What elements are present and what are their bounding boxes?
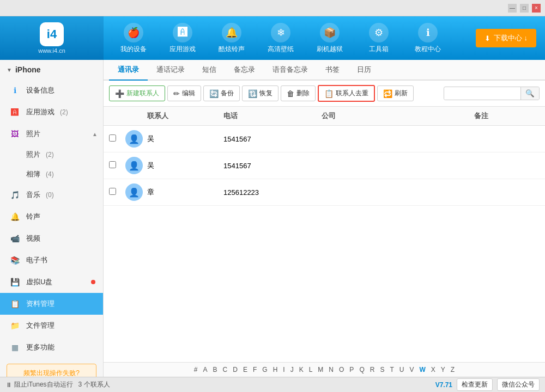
alpha-z[interactable]: Z [449, 365, 456, 374]
delete-icon: 🗑 [287, 89, 294, 98]
tab-sms[interactable]: 短信 [193, 60, 225, 81]
delete-label: 删除 [296, 89, 310, 98]
itunes-auto-run-button[interactable]: ⏸ 阻止iTunes自动运行 [5, 380, 73, 389]
table-row[interactable]: 👤 章 125612223 [104, 179, 545, 206]
sidebar-item-udisk[interactable]: 💾 虚拟U盘 [0, 271, 103, 293]
alpha-k[interactable]: K [298, 365, 305, 374]
maximize-button[interactable]: □ [520, 4, 529, 13]
search-button[interactable]: 🔍 [520, 87, 539, 100]
new-contact-button[interactable]: ➕ 新建联系人 [109, 85, 165, 101]
alpha-d[interactable]: D [231, 365, 239, 374]
alpha-w[interactable]: W [417, 365, 427, 374]
row-check-2[interactable] [109, 161, 125, 170]
tab-backup[interactable]: 备忘录 [225, 60, 264, 81]
sidebar-photos-sub1-label: 照片 [26, 150, 40, 160]
nav-ringtone[interactable]: 🔔 酷炫铃声 [207, 16, 256, 60]
sidebar-item-photos-sub1[interactable]: 照片 (2) [0, 145, 103, 164]
alpha-x[interactable]: X [429, 365, 437, 374]
tutorial-icon: ℹ [418, 23, 438, 42]
backup-label: 备份 [221, 89, 234, 98]
sidebar-ringtone-label: 铃声 [26, 212, 40, 222]
alpha-t[interactable]: T [388, 365, 395, 374]
alpha-u[interactable]: U [398, 365, 406, 374]
faq-button[interactable]: 频繁出现操作失败? [7, 364, 96, 377]
alpha-v[interactable]: V [408, 365, 415, 374]
chevron-down-icon: ▼ [7, 67, 12, 73]
nav-apps[interactable]: 🅰 应用游戏 [158, 16, 207, 60]
alpha-o[interactable]: O [337, 365, 346, 374]
ringtone-icon: 🔔 [222, 23, 241, 42]
sidebar-item-more[interactable]: ▦ 更多功能 [0, 336, 103, 358]
alpha-b[interactable]: B [211, 365, 219, 374]
sidebar-item-photos[interactable]: 🖼 照片 ▲ [0, 123, 103, 145]
minimize-button[interactable]: — [508, 4, 517, 13]
refresh-button[interactable]: 🔁 刷新 [377, 85, 414, 101]
sidebar-device-info-label: 设备信息 [26, 85, 55, 95]
sidebar-item-ringtone[interactable]: 🔔 铃声 [0, 206, 103, 228]
nav-jailbreak[interactable]: 📦 刷机越狱 [305, 16, 354, 60]
nav-toolbox[interactable]: ⚙ 工具箱 [354, 16, 403, 60]
tab-calendar[interactable]: 日历 [348, 60, 380, 81]
sidebar-item-file-mgr[interactable]: 📁 文件管理 [0, 315, 103, 336]
edit-button[interactable]: ✏ 编辑 [167, 85, 201, 101]
alpha-g[interactable]: G [261, 365, 269, 374]
sidebar-item-music[interactable]: 🎵 音乐 (0) [0, 184, 103, 206]
restore-button[interactable]: 🔃 恢复 [242, 85, 278, 101]
sidebar-item-video[interactable]: 📹 视频 [0, 228, 103, 249]
nav-toolbox-label: 工具箱 [369, 45, 389, 54]
alpha-i[interactable]: I [281, 365, 286, 374]
logo-area: i4 www.i4.cn [0, 16, 104, 60]
sidebar-item-ebook[interactable]: 📚 电子书 [0, 249, 103, 271]
sidebar-item-device-info[interactable]: ℹ 设备信息 [0, 79, 103, 101]
nav-my-device[interactable]: 🍎 我的设备 [109, 16, 158, 60]
alpha-c[interactable]: C [221, 365, 229, 374]
table-row[interactable]: 👤 吴 1541567 [104, 152, 545, 179]
table-row[interactable]: 👤 吴 1541567 [104, 126, 545, 152]
edit-icon: ✏ [173, 89, 180, 98]
apps-sidebar-icon: 🅰 [9, 106, 21, 118]
alpha-s[interactable]: S [378, 365, 386, 374]
alpha-j[interactable]: J [289, 365, 295, 374]
row-check-3[interactable] [109, 188, 125, 197]
sidebar-video-label: 视频 [26, 234, 40, 243]
row-check-1[interactable] [109, 134, 125, 143]
alpha-e[interactable]: E [241, 365, 249, 374]
sidebar-item-apps[interactable]: 🅰 应用游戏 (2) [0, 101, 103, 123]
phone-label: iPhone [15, 65, 41, 74]
alpha-f[interactable]: F [251, 365, 258, 374]
dedup-button[interactable]: 📋 联系人去重 [318, 85, 375, 102]
search-input[interactable] [444, 88, 520, 100]
sidebar-item-photos-sub2[interactable]: 相簿 (4) [0, 164, 103, 184]
alpha-m[interactable]: M [316, 365, 325, 374]
tab-bookmark[interactable]: 书签 [317, 60, 348, 81]
tab-contacts[interactable]: 通讯录 [109, 60, 148, 81]
sidebar-item-data-mgr[interactable]: 📋 资料管理 [0, 293, 103, 315]
alpha-l[interactable]: L [307, 365, 314, 374]
alpha-y[interactable]: Y [439, 365, 447, 374]
tab-voice-backup[interactable]: 语音备忘录 [264, 60, 317, 81]
alpha-h[interactable]: H [271, 365, 280, 374]
backup-button[interactable]: 🔄 备份 [203, 85, 240, 101]
delete-button[interactable]: 🗑 删除 [281, 85, 316, 101]
tab-call-log[interactable]: 通话记录 [148, 60, 193, 81]
nav-wallpaper[interactable]: ❄ 高清壁纸 [256, 16, 305, 60]
nav-tutorial[interactable]: ℹ 教程中心 [403, 16, 452, 60]
wechat-public-button[interactable]: 微信公众号 [497, 378, 540, 391]
statusbar-right: V7.71 检查更新 微信公众号 [435, 378, 540, 391]
alpha-hash[interactable]: # [192, 365, 199, 374]
sidebar-file-mgr-label: 文件管理 [26, 321, 55, 330]
itunes-icon: ⏸ [5, 381, 12, 389]
check-update-button[interactable]: 检查更新 [457, 378, 493, 391]
device-info-icon: ℹ [9, 84, 21, 96]
avatar-1: 👤 [125, 130, 147, 148]
nav-ringtone-label: 酷炫铃声 [219, 45, 245, 54]
alpha-r[interactable]: R [368, 365, 377, 374]
alpha-q[interactable]: Q [358, 365, 366, 374]
download-center-button[interactable]: ⬇ 下载中心 ↓ [476, 29, 536, 47]
udisk-badge [91, 280, 95, 284]
alpha-p[interactable]: P [348, 365, 355, 374]
sidebar-photos-sub2-count: (4) [46, 170, 54, 178]
alpha-n[interactable]: N [327, 365, 335, 374]
alpha-a[interactable]: A [202, 365, 209, 374]
close-button[interactable]: × [532, 4, 541, 13]
